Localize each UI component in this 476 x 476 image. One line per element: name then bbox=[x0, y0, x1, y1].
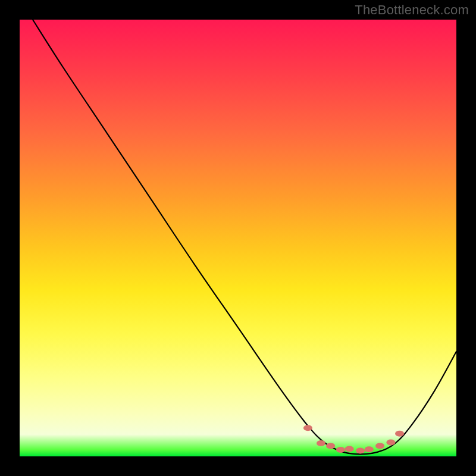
optimal-dot bbox=[326, 443, 335, 449]
optimal-dot bbox=[395, 431, 404, 437]
curve-layer bbox=[20, 20, 456, 456]
optimal-dot bbox=[317, 440, 325, 446]
watermark-text: TheBottleneck.com bbox=[355, 2, 469, 18]
optimal-dot bbox=[365, 446, 374, 452]
optimal-dot bbox=[386, 440, 395, 446]
bottleneck-curve bbox=[33, 20, 456, 454]
chart-frame: TheBottleneck.com bbox=[0, 0, 476, 476]
optimal-dot bbox=[303, 425, 312, 431]
optimal-zone-dots bbox=[303, 425, 404, 453]
optimal-dot bbox=[345, 446, 354, 452]
optimal-dot bbox=[375, 443, 384, 449]
plot-area bbox=[20, 20, 456, 456]
optimal-dot bbox=[336, 447, 345, 453]
optimal-dot bbox=[356, 447, 365, 453]
